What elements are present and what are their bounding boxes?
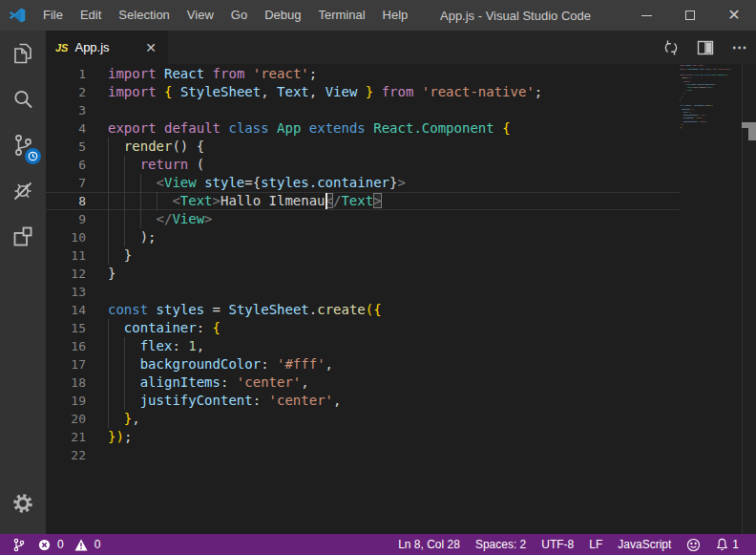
code-line[interactable]: 8<Text>Hallo Ilmenau</Text> — [46, 192, 680, 210]
tab-close-icon[interactable]: ✕ — [143, 40, 158, 55]
line-number: 19 — [46, 392, 86, 410]
split-editor-icon[interactable] — [695, 37, 716, 58]
title-bar: FileEditSelectionViewGoDebugTerminalHelp… — [0, 0, 756, 31]
vscode-logo-icon — [0, 0, 34, 31]
activity-bar — [0, 31, 46, 534]
line-number: 21 — [46, 428, 86, 446]
minimap[interactable]: 1import React from 'react';2import { Sty… — [680, 64, 741, 534]
line-number: 22 — [46, 446, 86, 464]
code-line[interactable]: 15container: { — [46, 319, 680, 337]
code-line[interactable]: 21}); — [46, 428, 680, 446]
line-number: 8 — [46, 192, 86, 210]
tab-appjs[interactable]: JS App.js ✕ — [46, 31, 168, 64]
code-line[interactable]: 7<View style={styles.container}> — [46, 174, 680, 192]
line-number: 12 — [46, 265, 86, 283]
editor-pane[interactable]: 1import React from 'react';2import { Sty… — [46, 64, 756, 534]
close-window-button[interactable]: ✕ — [712, 0, 756, 31]
close-icon: ✕ — [727, 8, 740, 23]
menu-selection[interactable]: Selection — [110, 0, 178, 31]
line-number: 3 — [46, 101, 86, 119]
status-encoding[interactable]: UTF-8 — [534, 534, 581, 555]
code-line[interactable]: 4export default class App extends React.… — [46, 119, 680, 138]
menu-edit[interactable]: Edit — [72, 0, 110, 31]
status-eol[interactable]: LF — [581, 534, 610, 555]
line-number: 15 — [46, 319, 86, 337]
more-actions-icon[interactable]: ⋯ — [729, 37, 750, 58]
scrollbar-thumb[interactable] — [748, 128, 756, 140]
settings-button[interactable] — [0, 480, 46, 526]
minimap-line: 2import { StyleSheet, Text, View } from … — [680, 67, 687, 70]
code-line[interactable]: 2import { StyleSheet, Text, View } from … — [46, 83, 680, 101]
code-line[interactable]: 17backgroundColor: '#fff', — [46, 355, 680, 374]
minimize-button[interactable] — [624, 0, 668, 31]
code-line[interactable]: 19justifyContent: 'center', — [46, 392, 680, 410]
line-number: 10 — [46, 228, 86, 246]
status-cursor-position[interactable]: Ln 8, Col 28 — [390, 534, 468, 555]
minimap-line: 22 — [680, 129, 687, 132]
code-line[interactable]: 14const styles = StyleSheet.create({ — [46, 301, 680, 319]
code-line[interactable]: 20}, — [46, 410, 680, 428]
warning-count: 0 — [94, 538, 101, 551]
menu-file[interactable]: File — [34, 0, 72, 31]
notifications-bell[interactable]: 1 — [708, 534, 746, 555]
line-number: 18 — [46, 374, 86, 392]
code-line[interactable]: 1import React from 'react'; — [46, 65, 680, 83]
maximize-button[interactable] — [668, 0, 712, 31]
sidebar-item-explorer[interactable] — [0, 31, 46, 76]
code-line[interactable]: 12} — [46, 265, 680, 283]
line-number: 11 — [46, 246, 86, 265]
minimap-content: 1import React from 'react';2import { Sty… — [680, 64, 687, 132]
menu-terminal[interactable]: Terminal — [309, 0, 373, 31]
sidebar-item-search[interactable] — [0, 76, 46, 122]
javascript-file-icon: JS — [55, 42, 68, 53]
editor-scrollbar[interactable] — [742, 64, 756, 534]
menu-view[interactable]: View — [178, 0, 222, 31]
sidebar-item-source-control[interactable] — [0, 122, 46, 168]
feedback-smiley-icon[interactable] — [679, 534, 708, 555]
status-problems[interactable]: 0 0 — [33, 534, 105, 555]
extensions-icon — [10, 224, 35, 249]
line-number: 6 — [46, 156, 86, 174]
menu-bar: FileEditSelectionViewGoDebugTerminalHelp — [34, 0, 416, 31]
menu-debug[interactable]: Debug — [256, 0, 309, 31]
sidebar-item-extensions[interactable] — [0, 214, 46, 260]
line-number: 14 — [46, 301, 86, 319]
line-number: 2 — [46, 83, 86, 101]
code-line[interactable]: 10); — [46, 228, 680, 246]
code-line[interactable]: 13 — [46, 283, 680, 301]
menu-go[interactable]: Go — [222, 0, 256, 31]
code-area[interactable]: 1import React from 'react';2import { Sty… — [46, 65, 680, 464]
code-line[interactable]: 9</View> — [46, 210, 680, 228]
status-git-branch[interactable] — [8, 534, 30, 555]
code-line[interactable]: 18alignItems: 'center', — [46, 374, 680, 392]
line-number: 7 — [46, 174, 86, 192]
scm-sync-badge — [25, 148, 41, 164]
bell-icon — [716, 538, 728, 551]
sidebar-item-debug[interactable] — [0, 168, 46, 214]
maximize-icon — [685, 11, 695, 20]
status-indentation[interactable]: Spaces: 2 — [468, 534, 534, 555]
tab-bar: JS App.js ✕ ⋯ — [46, 31, 756, 64]
search-icon — [10, 87, 35, 112]
debug-bug-icon — [10, 179, 35, 203]
line-number: 16 — [46, 337, 86, 355]
files-icon — [10, 41, 35, 66]
window-title: App.js - Visual Studio Code — [382, 9, 649, 23]
status-bar: 0 0 Ln 8, Col 28Spaces: 2UTF-8LFJavaScri… — [0, 534, 756, 555]
line-number: 9 — [46, 210, 86, 228]
warning-icon — [74, 539, 88, 551]
status-language-mode[interactable]: JavaScript — [610, 534, 679, 555]
code-line[interactable]: 22 — [46, 446, 680, 464]
line-number: 13 — [46, 283, 86, 301]
error-icon — [38, 539, 51, 551]
code-line[interactable]: 16flex: 1, — [46, 337, 680, 355]
code-line[interactable]: 5render() { — [46, 138, 680, 156]
line-number: 5 — [46, 138, 86, 156]
code-line[interactable]: 11} — [46, 246, 680, 265]
code-line[interactable]: 6return ( — [46, 156, 680, 174]
minimize-icon — [641, 15, 652, 16]
line-number: 1 — [46, 65, 86, 83]
code-line[interactable]: 3 — [46, 101, 680, 119]
sync-changes-icon[interactable] — [661, 37, 682, 58]
line-number: 20 — [46, 410, 86, 428]
